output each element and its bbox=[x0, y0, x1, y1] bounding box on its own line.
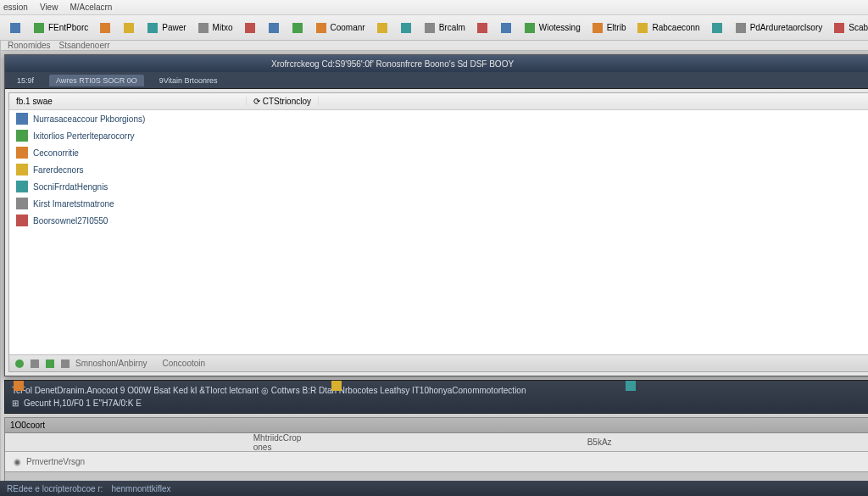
toolbar-button[interactable]: Mitxo bbox=[193, 20, 236, 36]
svg-rect-12 bbox=[425, 23, 435, 33]
svg-rect-19 bbox=[736, 23, 746, 33]
main-area: FFBacrtDo/Aorttites ITe CcatriosInnesoed… bbox=[0, 41, 868, 481]
status-icon bbox=[14, 359, 25, 369]
list-item[interactable]: SocniFrrdatHengnis bbox=[9, 178, 868, 195]
toolbar-button[interactable] bbox=[287, 20, 308, 36]
status-footer: REdee e locripterobcoe r: henmnonttkifle… bbox=[0, 481, 868, 496]
toolbar-button[interactable] bbox=[95, 20, 115, 36]
console-row: PrnvertneVrsgn bbox=[26, 457, 85, 466]
svg-rect-7 bbox=[269, 23, 279, 33]
svg-rect-50 bbox=[31, 359, 39, 368]
svg-rect-14 bbox=[501, 23, 511, 33]
inner-statusbar: Smnoshon/Anbirny Concootoin bbox=[9, 354, 868, 371]
console-panel: 1O0coort MhtriidcCrop onesB5kAzConlehtri… bbox=[4, 417, 868, 481]
toolbar-button[interactable]: Coomanr bbox=[311, 20, 369, 36]
status-left: Smnoshon/Anbirny bbox=[75, 359, 147, 368]
svg-rect-42 bbox=[16, 113, 28, 125]
col-2[interactable]: ⟳ CTStrioncloy bbox=[247, 97, 319, 106]
svg-rect-16 bbox=[593, 23, 603, 33]
svg-rect-44 bbox=[16, 147, 28, 159]
toolbar-button[interactable]: PdArduretaorclsory bbox=[731, 20, 826, 36]
footer-right: henmnonttkiflex bbox=[111, 484, 170, 493]
console-tabs: MhtriidcCrop onesB5kAzConlehtritorors-s5… bbox=[5, 433, 868, 452]
toolbar-button[interactable]: Rabcaeconn bbox=[632, 20, 703, 36]
svg-rect-13 bbox=[477, 23, 487, 33]
svg-rect-45 bbox=[16, 164, 28, 176]
menu-item[interactable]: View bbox=[40, 3, 58, 12]
status-icon bbox=[30, 359, 40, 369]
svg-rect-51 bbox=[46, 359, 54, 368]
toolbar-button[interactable] bbox=[5, 20, 25, 36]
status-icon bbox=[45, 359, 55, 369]
svg-rect-9 bbox=[316, 23, 326, 33]
svg-rect-47 bbox=[16, 198, 28, 209]
toolbar-button[interactable] bbox=[372, 20, 392, 36]
svg-rect-3 bbox=[124, 23, 134, 33]
svg-rect-52 bbox=[61, 359, 70, 368]
toolbar-button[interactable] bbox=[396, 20, 416, 36]
list-item[interactable]: Nurrasaceaccour Pkborgions) bbox=[9, 110, 868, 127]
menubar: ession View M/Acelacrn bbox=[0, 0, 868, 15]
toolbar-button[interactable] bbox=[119, 20, 139, 36]
list-header: fb.1 swae ⟳ CTStrioncloy Cloit SStemer bbox=[9, 93, 868, 110]
svg-rect-57 bbox=[331, 381, 342, 391]
center-panel: Ronomides Stsandenoerr Xrofrcrckeog Cd:S… bbox=[1, 41, 868, 481]
svg-rect-18 bbox=[712, 23, 722, 33]
col-name[interactable]: fb.1 swae bbox=[9, 97, 247, 106]
toolbar-button[interactable]: Wiotessing bbox=[520, 20, 584, 36]
toolbar-button[interactable] bbox=[264, 20, 284, 36]
list-item[interactable]: Kirst Imaretstmatrone bbox=[9, 195, 868, 212]
svg-point-49 bbox=[15, 359, 24, 368]
svg-rect-56 bbox=[14, 381, 24, 391]
svg-rect-1 bbox=[34, 23, 44, 33]
status-right: Concootoin bbox=[163, 359, 206, 368]
svg-rect-58 bbox=[626, 381, 636, 391]
list-item[interactable]: Farerdecnors bbox=[9, 161, 868, 178]
list-item[interactable]: Ceconorritie bbox=[9, 144, 868, 161]
inner-tab[interactable]: 9Vitain Brtoonres bbox=[153, 75, 225, 86]
inner-window-tabs: 15:9fAwres RTI0S SOCR 0O9Vitain Brtoonre… bbox=[5, 72, 868, 89]
list-item[interactable]: Ixitorlios Perterlteparocorry bbox=[9, 127, 868, 144]
menu-item[interactable]: M/Acelacrn bbox=[70, 3, 112, 12]
svg-rect-46 bbox=[16, 181, 28, 192]
svg-rect-6 bbox=[245, 23, 255, 33]
svg-rect-0 bbox=[10, 23, 20, 33]
console-footer bbox=[5, 471, 868, 481]
footer-left: REdee e locripterobcoe r: bbox=[7, 484, 103, 493]
inner-window-title: Xrofrcrckeog Cd:S9'956':0f' Ronosnfrcre … bbox=[271, 59, 514, 69]
toolbar-button[interactable]: Eltrib bbox=[587, 20, 630, 36]
svg-rect-11 bbox=[401, 23, 411, 33]
status-icon bbox=[60, 359, 70, 369]
toolbar-button[interactable] bbox=[240, 20, 260, 36]
svg-rect-17 bbox=[637, 23, 648, 33]
main-toolbar: FEntPborcPawerMitxoCoomanrBrcalmWiotessi… bbox=[0, 15, 868, 41]
toolbar-button[interactable] bbox=[707, 20, 727, 36]
svg-rect-5 bbox=[198, 23, 209, 33]
svg-rect-15 bbox=[525, 23, 535, 33]
inner-tab[interactable]: 15:9f bbox=[10, 75, 41, 86]
svg-rect-43 bbox=[16, 130, 28, 142]
inner-tab[interactable]: Awres RTI0S SOCR 0O bbox=[49, 75, 144, 86]
toolbar-button[interactable]: Pawer bbox=[142, 20, 189, 36]
inner-window-titlebar[interactable]: Xrofrcrckeog Cd:S9'956':0f' Ronosnfrcre … bbox=[5, 55, 868, 72]
toolbar-button[interactable]: Brcalm bbox=[420, 20, 469, 36]
menu-item[interactable]: ession bbox=[3, 3, 28, 12]
svg-rect-4 bbox=[147, 23, 158, 33]
svg-rect-8 bbox=[292, 23, 303, 33]
svg-rect-48 bbox=[16, 215, 28, 226]
inner-window: Xrofrcrckeog Cd:S9'956':0f' Ronosnfrcre … bbox=[4, 54, 868, 376]
list-item[interactable]: Boorsownel27I0550 bbox=[9, 212, 868, 229]
toolbar-button[interactable]: FEntPborc bbox=[29, 20, 92, 36]
inner-list: fb.1 swae ⟳ CTStrioncloy Cloit SStemer N… bbox=[8, 92, 868, 372]
toolbar-button[interactable] bbox=[496, 20, 516, 36]
toolbar-button[interactable]: Scabtrtarrs bbox=[829, 20, 868, 36]
svg-rect-10 bbox=[377, 23, 387, 33]
toolbar-button[interactable] bbox=[472, 20, 492, 36]
svg-rect-20 bbox=[834, 23, 844, 33]
app-root: ession View M/Acelacrn FEntPborcPawerMit… bbox=[0, 0, 868, 496]
console-body: ◉ PrnvertneVrsgn bbox=[5, 452, 868, 471]
svg-rect-2 bbox=[100, 23, 110, 33]
spinner-icon: ◉ bbox=[14, 457, 21, 466]
